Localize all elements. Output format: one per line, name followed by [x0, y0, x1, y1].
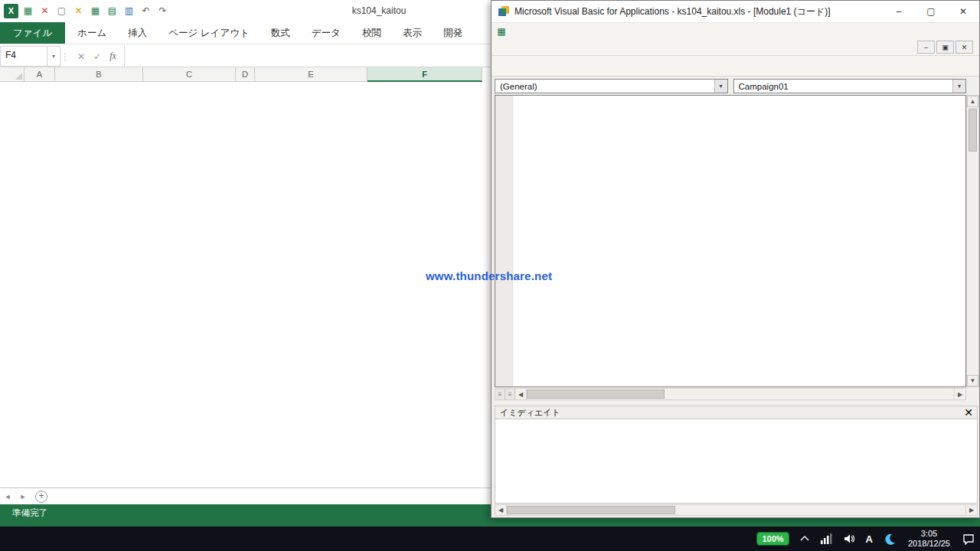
ribbon-tab-file[interactable]: ファイル: [0, 22, 65, 44]
ribbon-tab-7[interactable]: 表示: [392, 22, 433, 44]
code-window[interactable]: [495, 95, 966, 387]
immediate-window-body[interactable]: [495, 419, 978, 504]
sheet-tab-bar: ◄ ► +: [0, 487, 491, 504]
vba-window-controls: – ▢ ✕: [883, 1, 979, 22]
name-box[interactable]: F4: [0, 46, 47, 67]
child-minimize-button[interactable]: –: [917, 41, 935, 54]
scroll-right-icon[interactable]: ▶: [954, 389, 965, 399]
scroll-thumb[interactable]: [969, 109, 977, 152]
notification-icon[interactable]: [957, 527, 980, 551]
excel-window-title: ks104_kaitou: [268, 0, 490, 21]
window-icon[interactable]: ▢: [54, 4, 69, 18]
child-window-controls: – ▣ ✕: [917, 41, 979, 54]
scroll-thumb[interactable]: [507, 506, 675, 514]
select-all-corner[interactable]: [0, 67, 24, 82]
code-vertical-scrollbar[interactable]: ▲ ▼: [966, 95, 979, 387]
ribbon-tab-6[interactable]: 校閲: [351, 22, 392, 44]
moon-icon[interactable]: [878, 527, 901, 551]
immediate-close-icon[interactable]: ✕: [964, 407, 977, 418]
scroll-right-icon[interactable]: ▶: [965, 505, 977, 515]
status-text: 準備完了: [12, 508, 47, 517]
vba-titlebar[interactable]: Microsoft Visual Basic for Applications …: [492, 1, 979, 23]
module-icon: ▦: [495, 25, 508, 37]
vba-toolbar: [492, 56, 979, 77]
column-header-C[interactable]: C: [143, 67, 236, 82]
code-horizontal-scrollbar[interactable]: ≡ ≡ ◀ ▶: [495, 388, 966, 400]
ribbon-tab-2[interactable]: 挿入: [117, 22, 158, 44]
name-box-dropdown-icon[interactable]: ▾: [47, 46, 60, 67]
split-handle[interactable]: ≡: [505, 389, 515, 399]
more-icon: ⋮: [60, 46, 70, 67]
column-header-A[interactable]: A: [24, 67, 55, 82]
scroll-left-icon[interactable]: ◀: [515, 389, 527, 399]
exit-yellow-icon[interactable]: ✕: [71, 4, 86, 18]
formula-bar: F4 ▾ ⋮ ✕ ✓ fx: [0, 44, 496, 67]
child-close-button[interactable]: ✕: [956, 41, 973, 54]
watermark-text: www.thundershare.net: [426, 269, 552, 282]
ribbon-tab-1[interactable]: ホーム: [67, 22, 117, 44]
code-combos: (General) ▾ Campaign01 ▾: [495, 79, 966, 93]
sheet-grid: ABCDEF: [0, 67, 496, 487]
close-button[interactable]: ✕: [947, 1, 979, 22]
system-tray: 100% A 3:05 2018/12/25: [751, 527, 980, 551]
column-header-D[interactable]: D: [236, 67, 255, 82]
network-icon[interactable]: [815, 527, 838, 551]
column-header-E[interactable]: E: [255, 67, 368, 82]
add-sheet-button[interactable]: +: [31, 488, 52, 504]
date: 2018/12/25: [908, 539, 950, 549]
volume-icon[interactable]: [838, 527, 861, 551]
immediate-window-title: イミディエイト: [500, 407, 560, 419]
maximize-button[interactable]: ▢: [915, 1, 947, 22]
table-icon[interactable]: ▤: [105, 4, 119, 18]
column-header-B[interactable]: B: [55, 67, 143, 82]
scroll-thumb[interactable]: [527, 390, 665, 399]
excel-logo-icon[interactable]: X: [4, 4, 18, 18]
chevron-down-icon[interactable]: ▾: [714, 80, 727, 93]
ribbon-tab-4[interactable]: 数式: [260, 22, 301, 44]
ribbon-tab-5[interactable]: データ: [301, 22, 351, 44]
grid-icon[interactable]: ▦: [88, 4, 103, 18]
child-restore-button[interactable]: ▣: [936, 41, 954, 54]
ime-indicator[interactable]: A: [861, 527, 878, 551]
object-combo[interactable]: (General) ▾: [495, 79, 728, 93]
tab-nav-right-icon[interactable]: ►: [15, 488, 31, 504]
scroll-left-icon[interactable]: ◀: [495, 505, 507, 515]
vba-menubar: ▦ – ▣ ✕: [492, 23, 979, 56]
ribbon-tab-8[interactable]: 開発: [433, 22, 473, 44]
tab-nav-left-icon[interactable]: ◄: [0, 488, 15, 504]
ribbon-tabs: ファイルホーム挿入ページ レイアウト数式データ校閲表示開発: [0, 21, 496, 44]
battery-indicator: 100%: [751, 527, 794, 551]
excel-titlebar: X▦✕▢✕▦▤▥↶↷ ks104_kaitou: [0, 0, 496, 21]
formula-buttons: ✕ ✓ fx: [70, 46, 125, 67]
vba-app-icon: [498, 5, 510, 18]
chevron-up-icon[interactable]: [795, 527, 815, 551]
save-icon[interactable]: ▥: [122, 4, 136, 18]
new-sheet-icon[interactable]: ▦: [21, 4, 35, 18]
scroll-up-icon[interactable]: ▲: [967, 96, 978, 107]
column-header-F[interactable]: F: [368, 67, 482, 82]
desktop: X▦✕▢✕▦▤▥↶↷ ks104_kaitou ファイルホーム挿入ページ レイア…: [0, 0, 980, 551]
close-red-icon[interactable]: ✕: [38, 4, 52, 18]
bottom-scrollbar[interactable]: ◀ ▶: [495, 504, 978, 516]
plus-icon: +: [35, 491, 47, 503]
formula-input[interactable]: [125, 46, 496, 67]
fx-icon[interactable]: fx: [109, 51, 116, 62]
redo-icon[interactable]: ↷: [155, 4, 170, 18]
taskbar: 100% A 3:05 2018/12/25: [0, 527, 980, 551]
immediate-window-header[interactable]: イミディエイト ✕: [495, 406, 978, 419]
procedure-combo[interactable]: Campaign01 ▾: [733, 79, 967, 93]
split-handle[interactable]: ≡: [495, 389, 505, 399]
quick-access-toolbar: X▦✕▢✕▦▤▥↶↷: [0, 4, 170, 18]
time: 3:05: [921, 529, 937, 539]
clock[interactable]: 3:05 2018/12/25: [901, 527, 957, 551]
minimize-button[interactable]: –: [883, 1, 915, 22]
cancel-icon[interactable]: ✕: [77, 51, 85, 62]
scroll-down-icon[interactable]: ▼: [967, 375, 978, 386]
ribbon-tab-3[interactable]: ページ レイアウト: [158, 22, 260, 44]
enter-icon[interactable]: ✓: [93, 51, 101, 62]
undo-icon[interactable]: ↶: [139, 4, 153, 18]
chevron-down-icon[interactable]: ▾: [952, 80, 965, 93]
vba-window: Microsoft Visual Basic for Applications …: [491, 0, 980, 518]
vba-window-title: Microsoft Visual Basic for Applications …: [514, 5, 883, 18]
